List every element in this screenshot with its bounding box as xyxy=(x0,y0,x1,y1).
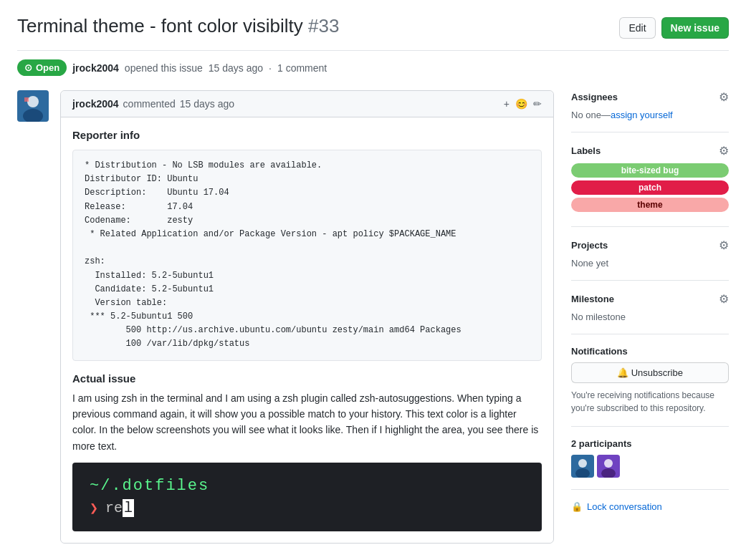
unsubscribe-button[interactable]: 🔔 Unsubscribe xyxy=(571,362,729,383)
comment-body: Reporter info * Distribution - No LSB mo… xyxy=(61,117,553,543)
notifications-section: Notifications 🔔 Unsubscribe You're recei… xyxy=(571,334,729,427)
assignees-value: No one—assign yourself xyxy=(571,110,729,120)
projects-title: Projects xyxy=(571,240,608,251)
comment-with-avatar: jrock2004 commented 15 days ago + 😊 ✏ Re… xyxy=(17,90,554,555)
status-icon: ⊙ xyxy=(24,62,32,73)
lock-conversation-link[interactable]: Lock conversation xyxy=(587,501,662,512)
avatar xyxy=(17,90,49,122)
terminal-chevron-icon: ❯ xyxy=(90,499,98,517)
edit-icon[interactable]: ✏ xyxy=(533,98,542,110)
participant-avatar-1 xyxy=(571,455,594,478)
issue-title: Terminal theme - font color visibilty #3… xyxy=(17,14,339,39)
label-bite-sized-bug[interactable]: bite-sized bug xyxy=(571,163,729,178)
actual-issue-text: I am using zsh in the terminal and I am … xyxy=(72,390,542,455)
comment-time: 15 days ago xyxy=(180,98,234,110)
svg-rect-3 xyxy=(24,97,29,102)
labels-list: bite-sized bug patch theme xyxy=(571,163,729,215)
assignees-title: Assignees xyxy=(571,92,618,102)
milestone-title: Milestone xyxy=(571,294,614,304)
assignees-header: Assignees ⚙ xyxy=(571,90,729,104)
projects-gear-icon[interactable]: ⚙ xyxy=(719,238,729,252)
assignees-none-text: No one— xyxy=(571,110,611,120)
assignees-gear-icon[interactable]: ⚙ xyxy=(719,90,729,104)
edit-button[interactable]: Edit xyxy=(619,17,655,39)
labels-gear-icon[interactable]: ⚙ xyxy=(719,144,729,158)
svg-point-8 xyxy=(604,459,613,468)
comment-actions: + 😊 ✏ xyxy=(504,98,542,110)
terminal-command-text: re xyxy=(105,500,123,516)
terminal-screenshot: ~/.dotfiles ❯ rel xyxy=(72,463,542,531)
label-theme[interactable]: theme xyxy=(571,198,729,212)
labels-header: Labels ⚙ xyxy=(571,144,729,158)
sidebar-assignees-section: Assignees ⚙ No one—assign yourself xyxy=(571,90,729,132)
participants-section: 2 participants xyxy=(571,427,729,490)
label-patch[interactable]: patch xyxy=(571,180,729,195)
issue-title-text: Terminal theme - font color visibilty xyxy=(17,15,303,37)
comment-block: jrock2004 commented 15 days ago + 😊 ✏ Re… xyxy=(60,90,554,544)
header-buttons: Edit New issue xyxy=(619,17,729,39)
participants-avatars xyxy=(571,455,729,478)
issue-number: #33 xyxy=(308,15,339,37)
participants-title: 2 participants xyxy=(571,438,729,449)
notifications-title: Notifications xyxy=(571,346,729,357)
status-badge: ⊙ Open xyxy=(17,59,67,76)
terminal-cursor: l xyxy=(123,499,134,517)
participant-avatar-2 xyxy=(597,455,620,478)
meta-separator: · xyxy=(269,62,272,74)
lock-icon: 🔒 xyxy=(571,501,583,512)
code-block: * Distribution - No LSB modules are avai… xyxy=(72,150,542,361)
meta-author: jrock2004 xyxy=(72,62,119,74)
assignees-assign-link[interactable]: assign yourself xyxy=(611,110,673,120)
meta-comments: 1 comment xyxy=(277,62,327,74)
terminal-command: rel xyxy=(105,500,134,516)
svg-point-1 xyxy=(27,96,39,107)
comment-author: jrock2004 xyxy=(72,98,119,110)
projects-none: None yet xyxy=(571,258,729,269)
code-content: * Distribution - No LSB modules are avai… xyxy=(85,160,462,349)
terminal-path: ~/.dotfiles xyxy=(90,477,525,495)
status-text: Open xyxy=(36,62,59,73)
terminal-prompt-line: ❯ rel xyxy=(90,499,525,517)
sidebar-labels-section: Labels ⚙ bite-sized bug patch theme xyxy=(571,132,729,227)
milestone-header: Milestone ⚙ xyxy=(571,292,729,306)
sidebar-milestone-section: Milestone ⚙ No milestone xyxy=(571,281,729,334)
issue-content: jrock2004 commented 15 days ago + 😊 ✏ Re… xyxy=(17,90,554,555)
plus-icon[interactable]: + xyxy=(504,98,510,110)
comment-action: commented xyxy=(123,98,176,110)
labels-title: Labels xyxy=(571,145,601,156)
notifications-text: You're receiving notifications because y… xyxy=(571,389,729,415)
milestone-none: No milestone xyxy=(571,312,729,322)
projects-header: Projects ⚙ xyxy=(571,238,729,252)
lock-conversation[interactable]: 🔒 Lock conversation xyxy=(571,490,729,523)
sidebar-projects-section: Projects ⚙ None yet xyxy=(571,227,729,281)
emoji-icon[interactable]: 😊 xyxy=(515,98,527,110)
comment-header: jrock2004 commented 15 days ago + 😊 ✏ xyxy=(61,91,553,117)
new-issue-button[interactable]: New issue xyxy=(661,17,729,39)
comment-header-left: jrock2004 commented 15 days ago xyxy=(72,98,234,110)
actual-issue-heading: Actual issue xyxy=(72,372,542,385)
meta-action: opened this issue xyxy=(125,62,203,74)
reporter-info-heading: Reporter info xyxy=(72,129,542,141)
sidebar: Assignees ⚙ No one—assign yourself Label… xyxy=(571,90,729,555)
issue-meta: ⊙ Open jrock2004 opened this issue 15 da… xyxy=(17,59,729,76)
svg-point-5 xyxy=(578,459,587,468)
milestone-gear-icon[interactable]: ⚙ xyxy=(719,292,729,306)
meta-time: 15 days ago xyxy=(209,62,263,74)
